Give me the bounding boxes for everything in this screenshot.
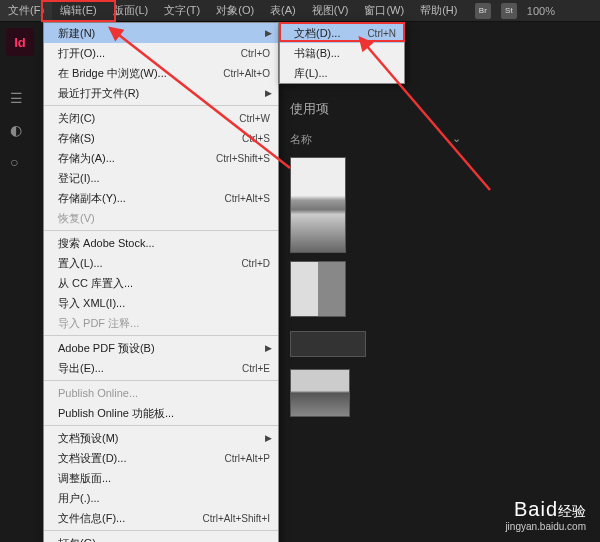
menu-help[interactable]: 帮助(H) — [412, 0, 465, 21]
menu-item[interactable]: 打包(G)... — [44, 533, 278, 542]
menu-item-label: 从 CC 库置入... — [58, 276, 270, 291]
recent-panel: 使用项 名称 ⌄ — [290, 100, 600, 417]
bridge-icon[interactable]: Br — [475, 3, 491, 19]
menu-item[interactable]: 搜索 Adobe Stock... — [44, 233, 278, 253]
menu-item[interactable]: Adobe PDF 预设(B)▶ — [44, 338, 278, 358]
file-menu-dropdown: 新建(N)▶打开(O)...Ctrl+O在 Bridge 中浏览(W)...Ct… — [43, 22, 279, 542]
menu-item[interactable]: 打开(O)...Ctrl+O — [44, 43, 278, 63]
menu-item[interactable]: 恢复(V) — [44, 208, 278, 228]
left-rail: ☰ ◐ ○ — [6, 90, 32, 172]
submenu-item-label: 库(L)... — [294, 66, 396, 81]
recent-thumb[interactable] — [290, 157, 346, 253]
submenu-item[interactable]: 书籍(B)... — [280, 43, 404, 63]
menu-separator — [44, 335, 278, 336]
menu-item-shortcut: Ctrl+O — [241, 48, 270, 59]
menu-item-shortcut: Ctrl+D — [241, 258, 270, 269]
watermark-url: jingyan.baidu.com — [505, 521, 586, 532]
menu-object[interactable]: 对象(O) — [208, 0, 262, 21]
zoom-level[interactable]: 100% — [527, 5, 555, 17]
menu-edit[interactable]: 编辑(E) — [52, 0, 105, 21]
menu-item[interactable]: 在 Bridge 中浏览(W)...Ctrl+Alt+O — [44, 63, 278, 83]
section-title: 使用项 — [290, 100, 600, 118]
recent-thumb[interactable] — [290, 261, 346, 317]
menu-item-shortcut: Ctrl+Alt+O — [223, 68, 270, 79]
menu-item-label: 打包(G)... — [58, 536, 270, 543]
menu-item-label: 关闭(C) — [58, 111, 239, 126]
menu-separator — [44, 425, 278, 426]
menu-item[interactable]: Publish Online 功能板... — [44, 403, 278, 423]
menu-item[interactable]: 文件信息(F)...Ctrl+Alt+Shift+I — [44, 508, 278, 528]
submenu-arrow-icon: ▶ — [265, 28, 272, 38]
menu-item-label: 在 Bridge 中浏览(W)... — [58, 66, 223, 81]
menu-item[interactable]: 导入 XML(I)... — [44, 293, 278, 313]
menu-item-label: 新建(N) — [58, 26, 270, 41]
menu-item-shortcut: Ctrl+S — [242, 133, 270, 144]
menu-item-label: 文档预设(M) — [58, 431, 270, 446]
menu-item-shortcut: Ctrl+Shift+S — [216, 153, 270, 164]
menu-item[interactable]: 新建(N)▶ — [44, 23, 278, 43]
app-icon-indesign: Id — [6, 28, 34, 56]
menu-item-label: 打开(O)... — [58, 46, 241, 61]
submenu-item[interactable]: 文档(D)...Ctrl+N — [280, 23, 404, 43]
menu-item-label: 导入 XML(I)... — [58, 296, 270, 311]
watermark-brand: Baid — [514, 498, 558, 520]
menu-item-label: 调整版面... — [58, 471, 270, 486]
stock-icon[interactable]: St — [501, 3, 517, 19]
menu-item[interactable]: 用户(.)... — [44, 488, 278, 508]
menu-window[interactable]: 窗口(W) — [356, 0, 412, 21]
menu-item[interactable]: 存储副本(Y)...Ctrl+Alt+S — [44, 188, 278, 208]
menu-item-label: 最近打开文件(R) — [58, 86, 270, 101]
home-icon[interactable]: ☰ — [10, 90, 28, 108]
menu-item-shortcut: Ctrl+E — [242, 363, 270, 374]
menu-separator — [44, 380, 278, 381]
menu-item[interactable]: 文档预设(M)▶ — [44, 428, 278, 448]
menu-item-label: Publish Online... — [58, 387, 270, 399]
submenu-item[interactable]: 库(L)... — [280, 63, 404, 83]
menu-item-label: 存储(S) — [58, 131, 242, 146]
menu-item-label: 文件信息(F)... — [58, 511, 202, 526]
menu-separator — [44, 530, 278, 531]
recent-thumb[interactable] — [290, 331, 366, 357]
menu-item-label: Adobe PDF 预设(B) — [58, 341, 270, 356]
menu-file[interactable]: 文件(F) — [0, 0, 52, 21]
menu-item[interactable]: 关闭(C)Ctrl+W — [44, 108, 278, 128]
circle-icon[interactable]: ○ — [10, 154, 28, 172]
menu-item-label: 导入 PDF 注释... — [58, 316, 270, 331]
menu-item[interactable]: 存储(S)Ctrl+S — [44, 128, 278, 148]
learn-icon[interactable]: ◐ — [10, 122, 28, 140]
menu-item-label: 导出(E)... — [58, 361, 242, 376]
menu-item[interactable]: 存储为(A)...Ctrl+Shift+S — [44, 148, 278, 168]
menu-view[interactable]: 视图(V) — [304, 0, 357, 21]
menu-item-label: 存储副本(Y)... — [58, 191, 224, 206]
watermark: Baid经验 jingyan.baidu.com — [505, 498, 586, 532]
menu-item[interactable]: 置入(L)...Ctrl+D — [44, 253, 278, 273]
recent-thumb[interactable] — [290, 369, 350, 417]
menu-item-shortcut: Ctrl+W — [239, 113, 270, 124]
menu-item-label: 恢复(V) — [58, 211, 270, 226]
submenu-item-label: 文档(D)... — [294, 26, 367, 41]
menu-item[interactable]: 最近打开文件(R)▶ — [44, 83, 278, 103]
submenu-item-label: 书籍(B)... — [294, 46, 396, 61]
column-headers: 名称 ⌄ — [290, 132, 600, 147]
column-name[interactable]: 名称 — [290, 132, 312, 147]
menu-item[interactable]: 文档设置(D)...Ctrl+Alt+P — [44, 448, 278, 468]
sort-chevron-icon[interactable]: ⌄ — [452, 132, 461, 147]
menu-item-label: 搜索 Adobe Stock... — [58, 236, 270, 251]
submenu-arrow-icon: ▶ — [265, 88, 272, 98]
menu-layout[interactable]: 版面(L) — [105, 0, 156, 21]
menu-item-label: Publish Online 功能板... — [58, 406, 270, 421]
menu-table[interactable]: 表(A) — [262, 0, 304, 21]
menu-text[interactable]: 文字(T) — [156, 0, 208, 21]
menu-item[interactable]: 登记(I)... — [44, 168, 278, 188]
recent-files — [290, 157, 600, 417]
menu-item[interactable]: 从 CC 库置入... — [44, 273, 278, 293]
new-submenu: 文档(D)...Ctrl+N书籍(B)...库(L)... — [279, 22, 405, 84]
menu-item-label: 存储为(A)... — [58, 151, 216, 166]
submenu-arrow-icon: ▶ — [265, 343, 272, 353]
menu-item[interactable]: 调整版面... — [44, 468, 278, 488]
menu-item[interactable]: Publish Online... — [44, 383, 278, 403]
submenu-arrow-icon: ▶ — [265, 433, 272, 443]
menu-item[interactable]: 导出(E)...Ctrl+E — [44, 358, 278, 378]
menu-item-label: 登记(I)... — [58, 171, 270, 186]
menu-item[interactable]: 导入 PDF 注释... — [44, 313, 278, 333]
